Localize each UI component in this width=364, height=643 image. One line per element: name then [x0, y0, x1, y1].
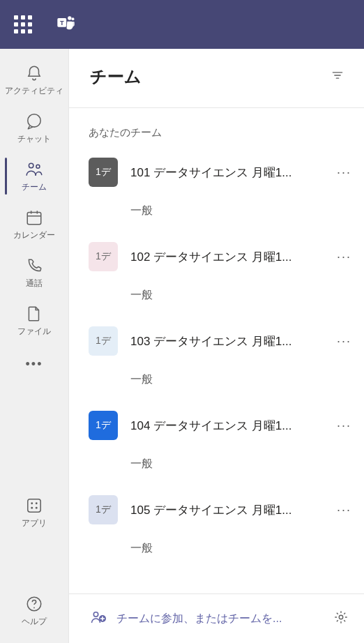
rail-calls[interactable]: 通話 — [5, 248, 63, 296]
rail-chat[interactable]: チャット — [5, 104, 63, 152]
channel-general[interactable]: 一般 — [89, 361, 360, 405]
svg-point-9 — [31, 502, 33, 504]
app-launcher-icon[interactable] — [8, 10, 38, 39]
team-more-button[interactable]: ··· — [328, 503, 360, 517]
manage-teams-button[interactable] — [331, 607, 351, 630]
team-name: 102 データサイエンス 月曜1... — [130, 249, 328, 265]
team-tile: 1デ — [89, 326, 118, 356]
team-row[interactable]: 1デ 102 データサイエンス 月曜1... ··· — [89, 236, 360, 277]
team-name: 104 データサイエンス 月曜1... — [130, 418, 328, 434]
team-tile: 1デ — [89, 158, 118, 187]
calendar-icon — [25, 209, 43, 227]
bell-icon — [25, 64, 43, 82]
team-name: 103 データサイエンス 月曜1... — [130, 333, 328, 349]
svg-point-5 — [29, 163, 33, 168]
rail-chat-label: チャット — [17, 133, 51, 145]
team-row[interactable]: 1デ 104 データサイエンス 月曜1... ··· — [89, 405, 360, 446]
svg-rect-7 — [27, 212, 41, 224]
svg-point-11 — [31, 507, 33, 509]
channel-general[interactable]: 一般 — [89, 277, 360, 321]
phone-icon — [25, 257, 43, 275]
svg-point-6 — [36, 165, 40, 168]
join-team-icon — [90, 609, 107, 628]
team-more-button[interactable]: ··· — [328, 250, 360, 264]
svg-rect-8 — [28, 499, 40, 512]
svg-point-10 — [36, 502, 38, 504]
rail-teams-label: チーム — [22, 181, 47, 193]
teams-logo-icon[interactable]: T — [52, 9, 79, 40]
app-rail: アクティビティ チャット チーム — [0, 49, 69, 643]
team-more-button[interactable]: ··· — [328, 334, 360, 349]
rail-calendar-label: カレンダー — [13, 229, 55, 241]
svg-point-17 — [339, 615, 343, 619]
svg-point-4 — [28, 114, 40, 127]
channel-general[interactable]: 一般 — [89, 192, 360, 236]
svg-text:T: T — [60, 20, 64, 27]
rail-help[interactable]: ヘルプ — [0, 587, 68, 635]
rail-teams[interactable]: チーム — [5, 152, 63, 200]
team-row[interactable]: 1デ 101 データサイエンス 月曜1... ··· — [89, 152, 360, 192]
team-name: 101 データサイエンス 月曜1... — [130, 165, 328, 181]
rail-calendar[interactable]: カレンダー — [5, 200, 63, 248]
gear-icon — [333, 610, 349, 625]
rail-more[interactable]: ••• — [26, 345, 43, 384]
join-team-link[interactable]: チームに参加、またはチームを... — [116, 612, 331, 626]
filter-button[interactable] — [328, 66, 347, 88]
svg-point-2 — [68, 16, 71, 20]
team-name: 105 データサイエンス 月曜1... — [130, 502, 328, 518]
channel-general[interactable]: 一般 — [89, 530, 360, 574]
rail-files[interactable]: ファイル — [5, 296, 63, 345]
rail-activity[interactable]: アクティビティ — [5, 56, 63, 104]
team-row[interactable]: 1デ 105 データサイエンス 月曜1... ··· — [89, 490, 360, 530]
section-your-teams: あなたのチーム — [89, 126, 360, 139]
file-icon — [25, 305, 43, 323]
svg-point-14 — [33, 607, 35, 609]
team-more-button[interactable]: ··· — [328, 418, 360, 433]
page-title: チーム — [90, 66, 142, 88]
svg-point-3 — [72, 17, 75, 20]
team-row[interactable]: 1デ 103 データサイエンス 月曜1... ··· — [89, 321, 360, 361]
team-more-button[interactable]: ··· — [328, 165, 360, 180]
team-tile: 1デ — [89, 242, 118, 271]
rail-apps-label: アプリ — [22, 517, 47, 529]
svg-point-15 — [93, 612, 98, 616]
rail-help-label: ヘルプ — [22, 616, 47, 628]
titlebar: T — [0, 0, 364, 49]
team-tile: 1デ — [89, 495, 118, 524]
apps-icon — [25, 497, 43, 515]
rail-activity-label: アクティビティ — [5, 85, 63, 97]
rail-files-label: ファイル — [17, 326, 51, 338]
rail-apps[interactable]: アプリ — [0, 488, 68, 536]
teams-icon — [25, 160, 43, 179]
help-icon — [25, 595, 43, 613]
channel-general[interactable]: 一般 — [89, 446, 360, 490]
filter-icon — [331, 68, 344, 82]
svg-point-12 — [36, 507, 38, 509]
chat-icon — [25, 112, 43, 130]
rail-calls-label: 通話 — [26, 278, 43, 289]
content-pane: チーム あなたのチーム 1デ 101 データサイエンス 月曜1... ···一般… — [69, 49, 364, 643]
team-tile: 1デ — [89, 411, 118, 440]
